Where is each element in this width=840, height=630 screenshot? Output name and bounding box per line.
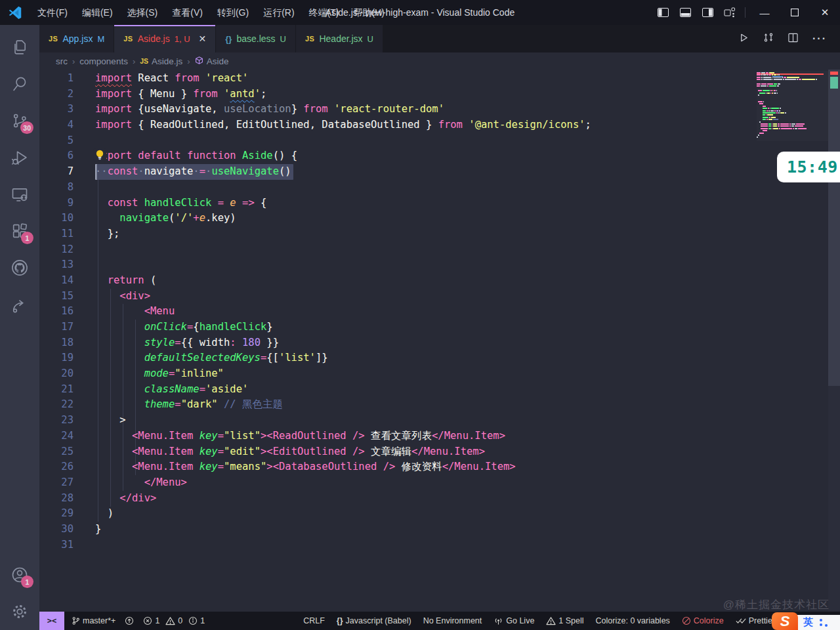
tab-label: base.less	[236, 33, 275, 44]
code-line-14[interactable]: 14return (	[39, 273, 828, 289]
breadcrumb-item-Aside.js[interactable]: JSAside.js	[140, 56, 182, 66]
vertical-scrollbar[interactable]	[828, 70, 840, 612]
token: {	[132, 88, 150, 100]
activity-remote-explorer-icon[interactable]	[4, 176, 35, 213]
code-line-31[interactable]: 31	[39, 537, 828, 553]
code-line-27[interactable]: 27</Menu>	[39, 475, 828, 491]
breadcrumb-item-Aside[interactable]: Aside	[195, 56, 229, 67]
activity-explorer-icon[interactable]	[4, 29, 35, 66]
code-line-21[interactable]: 21className='aside'	[39, 382, 828, 398]
minimap-line	[757, 139, 828, 141]
more-actions-icon[interactable]: ···	[812, 33, 827, 45]
activity-live-share-icon[interactable]	[4, 286, 35, 323]
menu-item-3[interactable]: 查看(V)	[165, 0, 210, 25]
language-mode[interactable]: {} Javascript (Babel)	[332, 612, 416, 630]
tab-base.less[interactable]: {}base.lessU	[216, 25, 296, 52]
tab-Header.jsx[interactable]: JSHeader.jsxU	[296, 25, 383, 52]
menu-item-1[interactable]: 编辑(E)	[75, 0, 120, 25]
activity-github-icon[interactable]	[4, 249, 35, 286]
code-line-7[interactable]: 7··const·navigate·=·useNavigate()	[39, 164, 828, 180]
scrollbar-slider[interactable]	[828, 70, 840, 386]
toggle-panel-icon[interactable]	[674, 0, 696, 25]
code-line-28[interactable]: 28</div>	[39, 491, 828, 507]
ime-mode-indicator[interactable]: 英	[803, 616, 813, 629]
code-line-2[interactable]: 2import { Menu } from 'antd';	[39, 87, 828, 102]
code-line-29[interactable]: 29)	[39, 506, 828, 522]
close-tab-icon[interactable]: ✕	[199, 33, 207, 44]
token: ReadOutlined	[273, 430, 346, 442]
minimap[interactable]	[757, 71, 828, 141]
code-line-22[interactable]: 22theme="dark" // 黑色主题	[39, 397, 828, 413]
code-line-16[interactable]: 16<Menu	[39, 304, 828, 320]
problems-status[interactable]: 1 0 1	[138, 612, 209, 630]
tab-Aside.js[interactable]: JSAside.js1, U✕	[114, 25, 216, 52]
token: EditOutlined	[273, 446, 346, 457]
code-line-4[interactable]: 4import { ReadOutlined, EditOutlined, Da…	[39, 117, 828, 133]
code-line-5[interactable]: 5	[39, 133, 828, 149]
line-number: 18	[39, 335, 74, 351]
menu-item-2[interactable]: 选择(S)	[120, 0, 165, 25]
open-changes-icon[interactable]	[763, 32, 774, 45]
code-line-25[interactable]: 25<Menu.Item key="edit"><EditOutlined />…	[39, 444, 828, 460]
code-line-23[interactable]: 23>	[39, 413, 828, 429]
eol-indicator[interactable]: CRLF	[299, 612, 329, 630]
publish-changes-icon[interactable]	[120, 612, 138, 630]
code-line-17[interactable]: 17onClick={handleClick}	[39, 320, 828, 335]
breadcrumb-item-components[interactable]: components	[79, 56, 128, 66]
activity-source-control-icon[interactable]: 30	[4, 102, 35, 139]
maximize-button[interactable]	[780, 0, 810, 25]
code-line-9[interactable]: 9const handleClick = e => {	[39, 196, 828, 211]
code-line-15[interactable]: 15<div>	[39, 289, 828, 304]
tab-App.jsx[interactable]: JSApp.jsxM	[39, 25, 114, 52]
lightbulb-icon[interactable]	[93, 148, 106, 162]
menu-item-5[interactable]: 运行(R)	[256, 0, 301, 25]
go-live-button[interactable]: Go Live	[489, 612, 539, 630]
activity-account-icon[interactable]: 1	[4, 556, 35, 593]
code-line-24[interactable]: 24<Menu.Item key="list"><ReadOutlined />…	[39, 429, 828, 444]
code-line-30[interactable]: 30}	[39, 522, 828, 537]
menu-item-4[interactable]: 转到(G)	[210, 0, 256, 25]
activity-settings-icon[interactable]	[4, 593, 35, 630]
code-line-26[interactable]: 26<Menu.Item key="means"><DatabaseOutlin…	[39, 459, 828, 475]
code-line-3[interactable]: 3import {useNavigate, useLocation} from …	[39, 102, 828, 117]
code-line-13[interactable]: 13	[39, 257, 828, 273]
vscode-logo	[8, 5, 22, 20]
remote-indicator[interactable]: ><	[39, 612, 64, 630]
toggle-secondary-sidebar-icon[interactable]	[696, 0, 719, 25]
activity-search-icon[interactable]	[4, 66, 35, 102]
run-icon[interactable]	[739, 33, 749, 45]
token	[169, 72, 175, 84]
code-line-12[interactable]: 12	[39, 242, 828, 258]
code-line-20[interactable]: 20mode="inline"	[39, 366, 828, 382]
code-editor[interactable]: 1import React from 'react'2import { Menu…	[39, 70, 840, 612]
customize-layout-icon[interactable]	[719, 0, 741, 25]
menu-item-6[interactable]: 终端(T)	[302, 0, 346, 25]
menu-item-7[interactable]: 帮助(H)	[346, 0, 391, 25]
toggle-sidebar-icon[interactable]	[652, 0, 674, 25]
activity-run-debug-icon[interactable]	[4, 139, 35, 176]
code-line-19[interactable]: 19defaultSelectedKeys={['list']}	[39, 350, 828, 366]
split-editor-icon[interactable]	[788, 33, 798, 45]
ime-logo[interactable]: S	[772, 612, 798, 630]
breadcrumb-item-src[interactable]: src	[56, 56, 68, 66]
ime-toolbar[interactable]: 英	[795, 615, 840, 630]
code-line-11[interactable]: 11};	[39, 226, 828, 242]
colorize-variables-status[interactable]: Colorize: 0 variables	[591, 612, 675, 630]
close-window-button[interactable]: ✕	[810, 0, 840, 25]
code-line-10[interactable]: 10navigate('/'+e.key)	[39, 211, 828, 226]
git-branch-status[interactable]: master*+	[67, 612, 120, 630]
code-line-1[interactable]: 1import React from 'react'	[39, 71, 828, 87]
token: =	[218, 430, 224, 442]
menu-item-0[interactable]: 文件(F)	[30, 0, 75, 25]
minimize-button[interactable]: —	[749, 0, 780, 25]
colorize-button[interactable]: Colorize	[677, 612, 728, 630]
code-line-18[interactable]: 18style={{ width: 180 }}	[39, 335, 828, 351]
ime-menu-icon[interactable]	[820, 619, 828, 627]
code-line-8[interactable]: 8	[39, 180, 828, 196]
activity-extensions-icon[interactable]: 1	[4, 213, 35, 249]
code-line-6[interactable]: 6export default function Aside() {	[39, 148, 828, 164]
token: "dark"	[181, 398, 218, 410]
spell-checker-status[interactable]: 1 Spell	[541, 612, 588, 630]
token: antd	[230, 88, 254, 100]
environment-indicator[interactable]: No Environment	[419, 612, 487, 630]
